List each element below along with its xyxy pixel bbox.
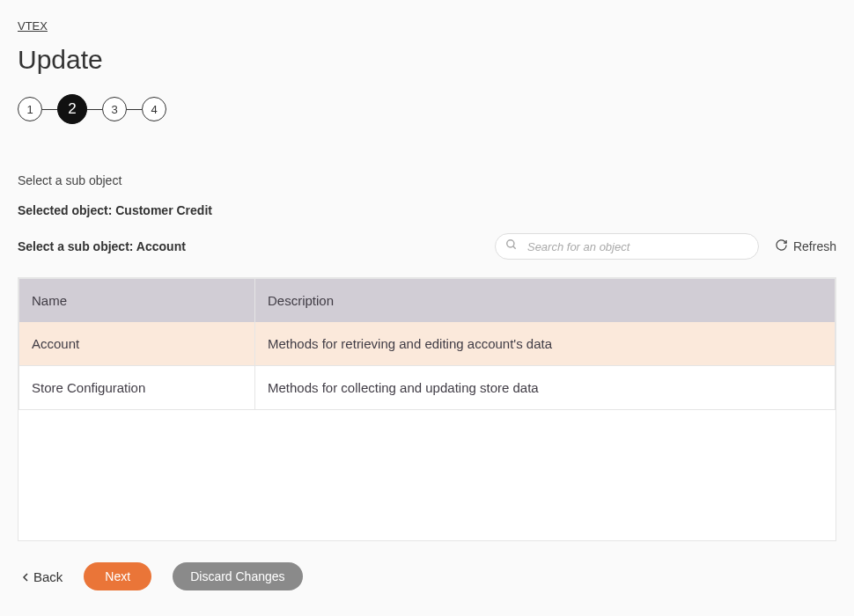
subobject-table: Name Description Account Methods for ret… <box>18 278 836 410</box>
table-cell-description: Methods for retrieving and editing accou… <box>255 322 836 366</box>
page-title: Update <box>18 45 836 75</box>
search-wrap <box>495 233 759 260</box>
discard-button[interactable]: Discard Changes <box>173 562 302 590</box>
selected-object-label: Selected object: Customer Credit <box>18 203 836 217</box>
refresh-button[interactable]: Refresh <box>775 238 836 254</box>
search-refresh-group: Refresh <box>495 233 836 260</box>
subobject-label: Select a sub object: Account <box>18 239 186 253</box>
table-row[interactable]: Account Methods for retrieving and editi… <box>19 322 836 366</box>
table-container: Name Description Account Methods for ret… <box>18 277 836 541</box>
next-button[interactable]: Next <box>84 562 151 590</box>
table-cell-name: Store Configuration <box>19 366 255 410</box>
step-connector <box>42 109 57 110</box>
breadcrumb[interactable]: VTEX <box>18 19 48 33</box>
step-4[interactable]: 4 <box>142 97 166 121</box>
back-button[interactable]: Back <box>23 569 63 584</box>
search-input[interactable] <box>495 233 759 260</box>
table-row[interactable]: Store Configuration Methods for collecti… <box>19 366 836 410</box>
subtitle: Select a sub object <box>18 173 836 187</box>
stepper: 1 2 3 4 <box>18 94 836 124</box>
step-connector <box>87 109 102 110</box>
footer-actions: Back Next Discard Changes <box>18 562 836 590</box>
refresh-icon <box>775 238 788 254</box>
subobject-row: Select a sub object: Account Refresh <box>18 233 836 260</box>
chevron-left-icon <box>23 569 28 584</box>
step-connector <box>127 109 142 110</box>
step-1[interactable]: 1 <box>18 97 42 121</box>
step-3[interactable]: 3 <box>102 97 127 121</box>
refresh-label: Refresh <box>793 239 836 253</box>
table-header-description[interactable]: Description <box>255 279 836 323</box>
table-cell-description: Methods for collecting and updating stor… <box>255 366 836 410</box>
step-2[interactable]: 2 <box>57 94 87 124</box>
table-header-name[interactable]: Name <box>19 279 255 323</box>
table-cell-name: Account <box>19 322 255 366</box>
back-label: Back <box>33 569 63 584</box>
